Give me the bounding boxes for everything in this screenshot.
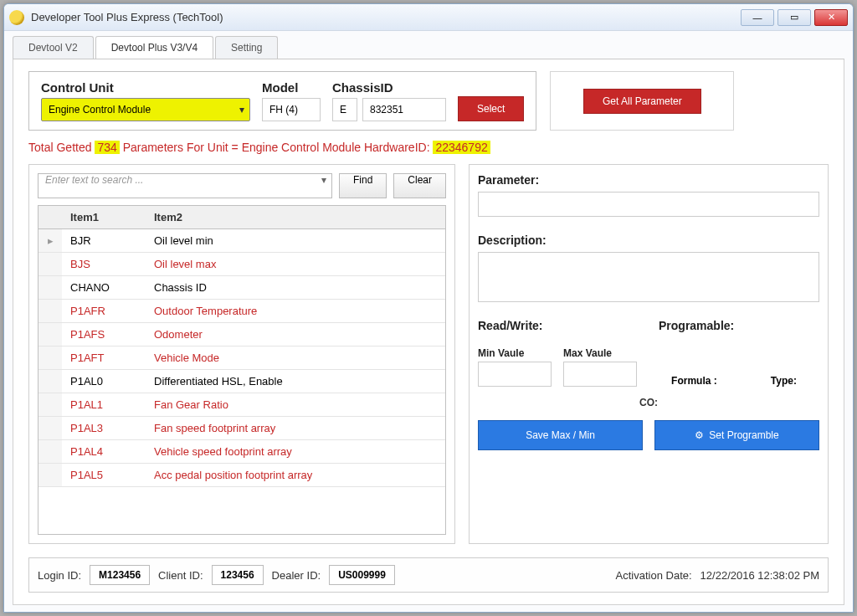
parameter-field[interactable] (478, 192, 819, 217)
parameter-grid[interactable]: Item1 Item2 ▸BJROil level minBJSOil leve… (38, 205, 446, 535)
minimize-button[interactable]: — (741, 9, 774, 26)
tabstrip: Devtool V2 Devtool Plus V3/V4 Setting (13, 36, 844, 59)
client-label: Client ID: (158, 569, 203, 582)
chevron-down-icon[interactable]: ▾ (321, 174, 326, 186)
min-field[interactable] (478, 362, 552, 387)
tab-setting[interactable]: Setting (215, 36, 278, 59)
control-unit-value: Engine Control Module (49, 104, 151, 116)
parameter-label: Parameter: (478, 173, 819, 187)
table-row[interactable]: P1AFSOdometer (38, 323, 445, 346)
min-label: Min Vaule (478, 347, 552, 359)
table-row[interactable]: P1AFTVehicle Mode (38, 346, 445, 370)
select-button[interactable]: Select (458, 96, 524, 121)
close-button[interactable]: ✕ (814, 9, 848, 26)
dealer-value: US009999 (329, 565, 395, 585)
table-row[interactable]: P1AL0Differentiated HSL, Enable (38, 370, 445, 393)
find-button[interactable]: Find (339, 173, 387, 198)
activate-label: Activation Date: (616, 569, 692, 582)
table-row[interactable]: ▸BJROil level min (38, 229, 445, 253)
col-item2[interactable]: Item2 (146, 206, 445, 229)
description-label: Description: (478, 234, 819, 247)
status-line: Total Getted 734 Parameters For Unit = E… (28, 141, 829, 154)
co-label: CO: (478, 397, 819, 408)
tab-devtool-v2[interactable]: Devtool V2 (13, 36, 94, 59)
readwrite-label: Read/Write: (478, 319, 639, 332)
table-row[interactable]: P1AL5Acc pedal position footprint array (38, 464, 445, 487)
chassis-prefix: E (332, 98, 357, 121)
table-row[interactable]: P1AL1Fan Gear Ratio (38, 393, 445, 417)
app-icon (9, 10, 24, 25)
table-row[interactable]: P1AFROutdoor Temperature (38, 300, 445, 323)
tab-devtool-plus[interactable]: Devtool Plus V3/V4 (95, 36, 213, 59)
client-value: 123456 (212, 565, 264, 585)
col-marker (38, 206, 62, 229)
table-row[interactable]: P1AL3Fan speed footprint array (38, 417, 445, 440)
window-title: Developer Tool Plus Express (TechTool) (31, 11, 223, 23)
control-unit-combo[interactable]: Engine Control Module (41, 98, 250, 121)
footer: Login ID: M123456 Client ID: 123456 Deal… (28, 557, 829, 593)
programable-label: Programable: (659, 319, 819, 332)
get-all-parameter-button[interactable]: Get All Parameter (583, 89, 701, 114)
titlebar: Developer Tool Plus Express (TechTool) —… (4, 4, 853, 31)
col-item1[interactable]: Item1 (62, 206, 146, 229)
description-field[interactable] (478, 252, 819, 302)
chassis-value[interactable]: 832351 (362, 98, 446, 121)
table-row[interactable]: CHANOChassis ID (38, 276, 445, 300)
clear-button[interactable]: Clear (393, 173, 446, 198)
max-field[interactable] (563, 362, 637, 387)
set-programable-button[interactable]: ⚙ Set Programble (654, 420, 819, 450)
table-row[interactable]: P1AL4Vehicle speed footprint array (38, 440, 445, 464)
table-row[interactable]: BJSOil level max (38, 253, 445, 276)
model-label: Model (262, 80, 321, 95)
save-minmax-button[interactable]: Save Max / Min (478, 420, 643, 450)
activate-value: 12/22/2016 12:38:02 PM (700, 569, 819, 582)
search-input[interactable]: Enter text to search ... ▾ (38, 173, 332, 198)
login-label: Login ID: (38, 569, 81, 582)
control-unit-label: Control Unit (41, 80, 250, 95)
login-value: M123456 (90, 565, 150, 585)
model-field: FH (4) (262, 98, 321, 121)
type-label: Type: (771, 375, 797, 387)
chassis-label: ChassisID (332, 80, 446, 95)
unit-selector-box: Control Unit Engine Control Module Model… (28, 71, 536, 131)
formula-label: Formula : (671, 375, 717, 387)
max-label: Max Vaule (563, 347, 637, 359)
gear-icon: ⚙ (695, 429, 704, 441)
maximize-button[interactable]: ▭ (777, 9, 811, 26)
dealer-label: Dealer ID: (272, 569, 321, 582)
